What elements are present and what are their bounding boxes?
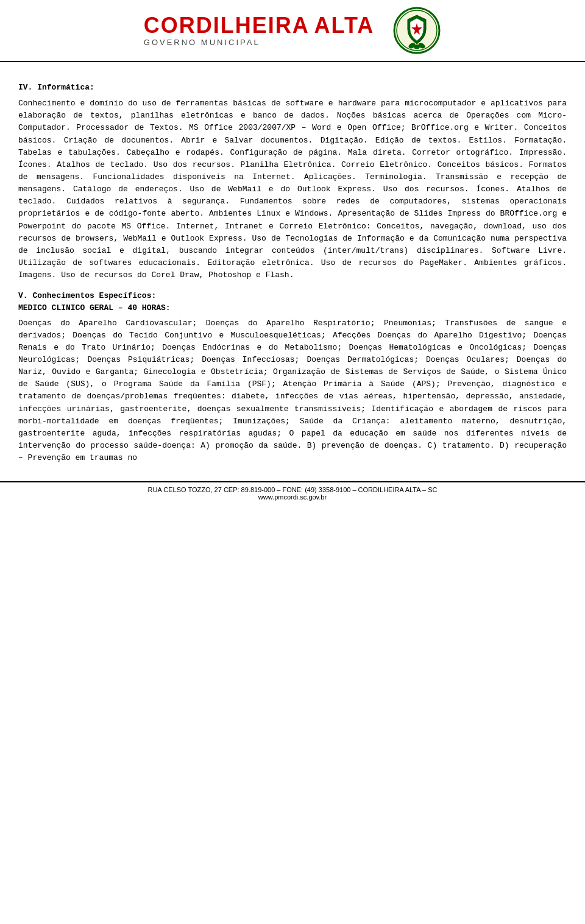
section-iv-title: IV. Informática:: [18, 82, 567, 94]
logo-subtitle: GOVERNO MUNICIPAL: [144, 38, 260, 47]
logo-line1: CORDILHEIRA ALTA: [144, 15, 374, 37]
logo-area: CORDILHEIRA ALTA GOVERNO MUNICIPAL: [144, 15, 374, 47]
section-v-text: Doenças do Aparelho Cardiovascular; Doen…: [18, 317, 567, 465]
section-iv-text: Conhecimento e domínio do uso de ferrame…: [18, 97, 567, 281]
page-header: CORDILHEIRA ALTA GOVERNO MUNICIPAL: [0, 0, 585, 62]
footer-address: RUA CELSO TOZZO, 27 CEP: 89.819-000 – FO…: [6, 486, 579, 493]
main-content: IV. Informática: Conhecimento e domínio …: [0, 62, 585, 470]
footer-website: www.pmcordi.sc.gov.br: [6, 493, 579, 501]
section-iv: IV. Informática: Conhecimento e domínio …: [18, 82, 567, 281]
section-v-subtitle: MEDICO CLINICO GERAL – 40 HORAS:: [18, 302, 567, 314]
svg-point-4: [414, 44, 420, 49]
section-v-title: V. Conhecimentos Específicos:: [18, 290, 567, 302]
section-v: V. Conhecimentos Específicos: MEDICO CLI…: [18, 290, 567, 464]
page-footer: RUA CELSO TOZZO, 27 CEP: 89.819-000 – FO…: [0, 481, 585, 503]
municipal-emblem: [392, 6, 441, 55]
